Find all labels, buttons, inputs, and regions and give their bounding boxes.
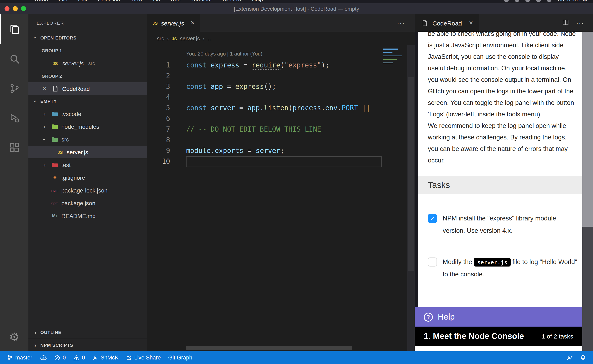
status-shmck[interactable]: ShMcK [89, 351, 122, 364]
npm-scripts-label: NPM SCRIPTS [40, 343, 73, 348]
status-git-graph[interactable]: Git Graph [165, 351, 196, 364]
codelens-annotation[interactable]: You, 20 days ago | 1 author (You) [147, 48, 415, 60]
outline-section[interactable]: › OUTLINE [28, 326, 147, 338]
code-line-8[interactable]: 8 [147, 135, 415, 146]
more-actions-icon[interactable]: ··· [576, 19, 584, 27]
menubar-clock: Sat 5:45 PM [558, 0, 587, 2]
activity-bar: ⚙ [0, 14, 28, 351]
chevron-right-icon: › [32, 329, 39, 336]
menu-terminal[interactable]: Terminal [191, 0, 212, 2]
code-line-4[interactable]: 4 [147, 92, 415, 103]
breadc rumb-file[interactable]: server.js [180, 35, 200, 42]
person-add-icon [567, 355, 573, 360]
menu-selection[interactable]: Selection [98, 0, 120, 2]
code-line-9[interactable]: 9module.exports = server; [147, 146, 415, 156]
checkbox-checked[interactable]: ✓ [428, 214, 437, 223]
activity-source-control[interactable] [0, 74, 28, 103]
tab-server-js[interactable]: JS server.js × [147, 14, 200, 32]
menu-view[interactable]: View [131, 0, 142, 2]
tree-item--gitignore[interactable]: ›.gitignore [28, 171, 147, 184]
close-icon[interactable]: × [469, 19, 473, 27]
status-master[interactable]: master [3, 351, 36, 364]
activity-extensions[interactable] [0, 133, 28, 162]
open-editors-header[interactable]: › OPEN EDITORS [28, 32, 147, 44]
tree-item-package-json[interactable]: ›npmpackage.json [28, 197, 147, 209]
open-editor-server-js[interactable]: JSserver.jssrc [28, 57, 147, 70]
scrollbar-thumb[interactable] [582, 32, 593, 227]
status-bell[interactable] [577, 355, 590, 361]
npm-scripts-section[interactable]: › NPM SCRIPTS [28, 338, 147, 351]
tree-item-package-lock-json[interactable]: ›npmpackage-lock.json [28, 184, 147, 197]
menu-edit[interactable]: Edit [78, 0, 87, 2]
tab-coderoad[interactable]: CodeRoad × [415, 14, 479, 32]
menubar-extra-icon[interactable] [515, 0, 520, 1]
status-person-add[interactable] [563, 355, 577, 360]
open-editor-coderoad[interactable]: ×CodeRoad [28, 82, 147, 95]
tree-item-label: README.md [61, 212, 95, 219]
status-live-share[interactable]: Live Share [122, 351, 165, 364]
menubar-extra-icon[interactable] [526, 0, 530, 1]
status-bar: master00ShMcKLive ShareGit Graph [0, 351, 593, 364]
line-text [170, 114, 186, 124]
tree-item-server-js[interactable]: ›JSserver.js [28, 146, 147, 158]
menu-code[interactable]: Code [35, 0, 48, 2]
webview-bottom-strip [415, 346, 582, 351]
close-icon[interactable]: × [191, 19, 195, 27]
checkbox-unchecked[interactable] [428, 258, 437, 266]
tree-item-node-modules[interactable]: ›node_modules [28, 120, 147, 133]
panel-scrollbar[interactable] [582, 32, 593, 351]
activity-search[interactable] [0, 44, 28, 74]
breadcrumb-symbol[interactable]: … [207, 35, 213, 42]
close-window-button[interactable] [5, 6, 9, 11]
tree-item-src[interactable]: ›src [28, 133, 147, 146]
line-text: const app = express(); [170, 81, 276, 92]
cloud-upload-icon [40, 355, 47, 360]
code-line-10[interactable]: 10 [147, 156, 415, 167]
workspace-header[interactable]: › EMPTY [28, 95, 147, 107]
minimap[interactable] [383, 49, 402, 66]
line-text [170, 92, 186, 103]
split-editor-icon[interactable] [563, 19, 569, 27]
menu-run[interactable]: Run [171, 0, 180, 2]
close-icon[interactable]: × [41, 85, 48, 92]
menu-file[interactable]: File [59, 0, 67, 2]
minimize-window-button[interactable] [13, 6, 18, 11]
status-0[interactable]: 0 [51, 351, 70, 364]
menubar-extra-icon[interactable] [504, 0, 509, 1]
status-0[interactable]: 0 [70, 351, 89, 364]
menu-help[interactable]: Help [252, 0, 263, 2]
menubar-extra-icon[interactable] [536, 0, 541, 1]
help-banner[interactable]: ? Help [415, 307, 582, 327]
code-line-1[interactable]: 1const express = require("express"); [147, 60, 415, 71]
code-line-5[interactable]: 5const server = app.listen(process.env.P… [147, 103, 415, 114]
tree-item-test[interactable]: ›test [28, 158, 147, 171]
tree-item-label: test [61, 162, 71, 168]
file-icon [420, 20, 429, 26]
menu-window[interactable]: Window [222, 0, 241, 2]
more-actions-icon[interactable]: ··· [397, 19, 405, 27]
code-editor[interactable]: You, 20 days ago | 1 author (You) 1const… [147, 45, 415, 351]
menu-go[interactable]: Go [153, 0, 160, 2]
horizontal-scrollbar-thumb[interactable] [186, 346, 352, 350]
settings-gear-icon[interactable]: ⚙ [0, 322, 28, 351]
tree-item-readme-md[interactable]: ›M↓README.md [28, 209, 147, 222]
maximize-window-button[interactable] [21, 6, 26, 11]
code-line-7[interactable]: 7// -- DO NOT EDIT BELOW THIS LINE [147, 124, 415, 135]
tree-item--vscode[interactable]: ›.vscode [28, 107, 147, 120]
task-text-part: NPM install the "express" library module… [443, 215, 556, 234]
breadcrumb-src[interactable]: src [157, 35, 164, 42]
sidebar-title: EXPLORER [28, 14, 147, 32]
line-text [170, 71, 186, 81]
editor-scrollbar[interactable] [407, 45, 415, 351]
line-number: 6 [147, 114, 170, 124]
code-line-6[interactable]: 6 [147, 114, 415, 124]
code-line-2[interactable]: 2 [147, 71, 415, 81]
folder-icon [51, 162, 59, 168]
window-titlebar: [Extension Development Host] - CodeRoad … [0, 3, 593, 14]
activity-explorer[interactable] [0, 14, 28, 44]
menubar-extra-icon[interactable] [547, 0, 552, 1]
status-cloud-upload[interactable] [36, 351, 51, 364]
activity-run-debug[interactable] [0, 103, 28, 133]
scrollbar-thumb[interactable] [408, 77, 414, 271]
code-line-3[interactable]: 3const app = express(); [147, 81, 415, 92]
